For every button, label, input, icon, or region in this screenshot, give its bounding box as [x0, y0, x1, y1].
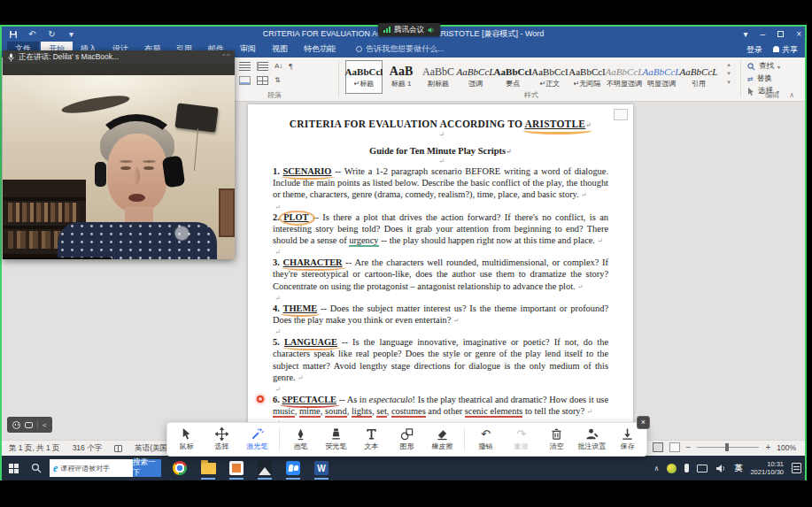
- style-emphasis[interactable]: AaBbCcL强调: [457, 60, 494, 94]
- window-controls: ▾ – ×: [744, 27, 801, 41]
- doc-title-keyword: ARISTOTLE: [525, 119, 586, 129]
- file-explorer-icon[interactable]: [198, 457, 218, 480]
- document-page[interactable]: CRITERIA FOR EVALUATION ACCORDING TO ARI…: [248, 104, 633, 440]
- sign-in-button[interactable]: 登录: [746, 44, 762, 56]
- tab-view[interactable]: 视图: [264, 42, 296, 58]
- style-intense-emphasis[interactable]: AaBbCcL明显强调: [643, 60, 680, 94]
- tool-save-annotation[interactable]: 保存: [611, 427, 645, 451]
- style-subtle-emphasis[interactable]: AaBbCcL不明显强调: [606, 60, 643, 94]
- sort-icon[interactable]: A↓: [275, 62, 282, 71]
- tool-select[interactable]: 选择: [205, 427, 239, 451]
- person-eyebrow: [143, 160, 156, 163]
- doc-subtitle: Guide for Ten Minute Play Scripts↵: [273, 146, 608, 156]
- zoom-slider-thumb[interactable]: [725, 443, 729, 451]
- bullet-list-icon[interactable]: [239, 62, 251, 71]
- doc-section-character: 3. CHARACTER -- Are the characters well …: [273, 257, 608, 293]
- tool-clear[interactable]: 清空: [540, 427, 574, 451]
- tool-annotation-settings[interactable]: 批注设置: [576, 427, 609, 451]
- tool-redo[interactable]: ↷ 重做: [505, 427, 538, 451]
- taskbar-search-icon[interactable]: [25, 456, 48, 480]
- microphone-tray-icon[interactable]: [684, 464, 689, 472]
- account-area: 登录 共享: [746, 44, 798, 56]
- replace-button[interactable]: ⇄替换: [747, 73, 780, 84]
- proofing-icon[interactable]: [114, 445, 122, 452]
- tell-me-box[interactable]: 告诉我您想要做什么...: [356, 43, 445, 58]
- collapse-ribbon-icon[interactable]: ∧: [789, 91, 794, 99]
- tool-text[interactable]: 文本: [355, 427, 389, 451]
- word-icon[interactable]: W: [312, 457, 331, 480]
- indent-icon[interactable]: [257, 62, 268, 71]
- webcam-video-panel[interactable]: 正在讲话: Delila' s MacBook... ⌃⌃: [3, 50, 235, 259]
- style-nospacing[interactable]: AaBbCcI↵无间隔: [568, 60, 606, 94]
- language-indicator[interactable]: 英语(美国): [135, 443, 170, 454]
- zoom-level[interactable]: 100%: [777, 443, 796, 452]
- styles-gallery-scroll[interactable]: ▴▾▾: [724, 61, 733, 85]
- tencent-meeting-icon[interactable]: [283, 457, 303, 480]
- doc-section-plot: 2. PLOT -- Is there a plot that drives t…: [273, 211, 608, 248]
- ribbon-options-icon[interactable]: ▾: [744, 30, 748, 39]
- web-layout-icon[interactable]: [669, 442, 680, 452]
- taskbar-search-box[interactable]: e课程评语被对手 搜索一下: [50, 459, 161, 477]
- webcam-scene: [3, 75, 235, 259]
- taskbar-clock[interactable]: 10:312021/10/30: [750, 460, 784, 476]
- find-button[interactable]: 查找▾: [747, 61, 780, 72]
- paragraph-group-label: 段落: [267, 90, 282, 100]
- tool-pen[interactable]: 画笔: [284, 427, 318, 451]
- doc-heading: THEME: [282, 303, 317, 313]
- close-annotation-toolbar[interactable]: ×: [637, 416, 650, 429]
- doc-body: 1. SCENARIO -- Write a 1-2 paragraph sce…: [273, 165, 608, 440]
- ie-icon: e: [53, 463, 58, 473]
- display-tray-icon[interactable]: [697, 465, 708, 472]
- borders-icon[interactable]: [257, 76, 268, 85]
- collapse-video-icon[interactable]: ⌃⌃: [221, 53, 229, 61]
- tool-highlighter[interactable]: 荧光笔: [320, 427, 353, 451]
- minimize-button[interactable]: –: [761, 30, 766, 39]
- video-frame: Delila' s MacBook Pro: [3, 64, 235, 259]
- emoji-icon[interactable]: [12, 421, 20, 429]
- zoom-in-button[interactable]: +: [765, 443, 770, 452]
- print-layout-icon[interactable]: [653, 442, 663, 452]
- tool-mouse[interactable]: 鼠标: [170, 427, 204, 451]
- input-language[interactable]: 英: [734, 463, 742, 474]
- chat-icon[interactable]: [25, 422, 33, 428]
- office-app-icon[interactable]: [227, 457, 246, 480]
- meeting-status-pill[interactable]: 腾讯会议: [378, 23, 440, 36]
- style-quote[interactable]: AaBbCcL引用: [680, 60, 717, 94]
- style-subtitle[interactable]: AaBbC副标题: [420, 60, 457, 94]
- person-eyebrow: [120, 160, 133, 163]
- paragraph-mark: ↵: [273, 386, 608, 394]
- search-go-button[interactable]: 搜索一下: [133, 459, 161, 477]
- paragraph-mark-icon[interactable]: ¶: [289, 62, 292, 71]
- style-keypoints[interactable]: AaBbCcl要点: [494, 60, 531, 94]
- tool-laser-pointer[interactable]: 激光笔: [241, 427, 275, 451]
- tab-special-features[interactable]: 特色功能: [296, 42, 344, 58]
- tab-review[interactable]: 审阅: [232, 42, 264, 58]
- doc-heading: SCENARIO: [283, 166, 332, 176]
- line-spacing-icon[interactable]: ⇅: [275, 76, 281, 85]
- style-heading[interactable]: AaBbCcl↵标题: [345, 60, 383, 94]
- tray-app-icon[interactable]: [667, 464, 677, 473]
- tool-eraser[interactable]: 橡皮擦: [426, 427, 460, 451]
- word-count[interactable]: 316 个字: [73, 443, 103, 454]
- style-heading1[interactable]: AaB标题 1: [383, 60, 420, 94]
- start-button[interactable]: [2, 456, 25, 480]
- tool-undo[interactable]: ↶ 撤销: [469, 427, 503, 451]
- style-normal[interactable]: AaBbCcI↵正文: [531, 60, 568, 94]
- hidden-icons-chevron[interactable]: ∧: [654, 465, 660, 472]
- annotation-toolbar: 鼠标 选择 激光笔 画笔 荧光笔 文本 图形 橡皮擦: [166, 422, 647, 457]
- tool-shapes[interactable]: 图形: [391, 427, 424, 451]
- collapse-reactions-icon[interactable]: <: [43, 421, 47, 429]
- shading-icon[interactable]: [239, 76, 251, 85]
- page-indicator[interactable]: 第 1 页, 共 1 页: [9, 443, 60, 454]
- restore-button[interactable]: [777, 30, 784, 39]
- paragraph-mark: ↵: [273, 204, 608, 211]
- volume-icon[interactable]: [715, 464, 726, 473]
- share-button[interactable]: 共享: [773, 44, 798, 56]
- chrome-icon[interactable]: [170, 457, 189, 480]
- paragraph-mark: ↵: [273, 249, 608, 257]
- photos-icon[interactable]: [255, 457, 275, 480]
- zoom-slider[interactable]: [697, 447, 759, 448]
- close-button[interactable]: ×: [796, 30, 801, 39]
- action-center-icon[interactable]: [792, 463, 801, 473]
- zoom-out-button[interactable]: −: [686, 443, 692, 452]
